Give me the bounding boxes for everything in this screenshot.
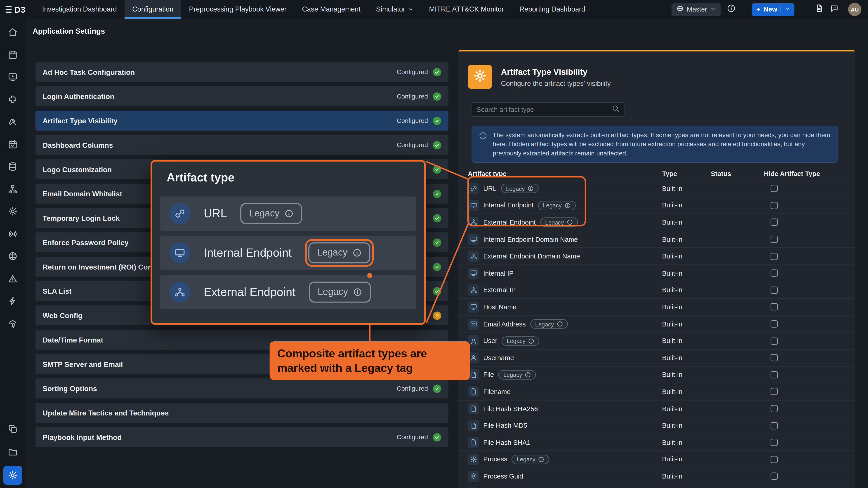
hide-checkbox[interactable] [771,202,778,209]
rail-item-database[interactable] [0,156,26,178]
table-row-filename: FilenameBulit-in [458,383,855,400]
table-row-internal-endpoint: Internal EndpointLegacyBulit-in [458,197,855,214]
legacy-tag: Legacy [308,242,370,263]
rail-item-folder[interactable] [0,443,26,461]
setting-status [428,190,441,198]
settings-row-sorting-options[interactable]: Sorting OptionsConfigured [35,379,448,398]
type-value: Bulit-in [662,286,711,294]
settings-row-artifact-type-visibility[interactable]: Artifact Type VisibilityConfigured [35,111,448,131]
rail-item-puzzle[interactable] [0,88,26,111]
nav-item-investigation-dashboard[interactable]: Investigation Dashboard [34,0,125,19]
icon-sidebar [0,19,26,488]
callout-title: Artifact type [152,162,424,191]
application-settings-screen: D3 Investigation DashboardConfigurationP… [0,0,868,488]
hide-checkbox[interactable] [771,287,778,294]
sphere-icon [8,251,18,261]
rail-item-fingerprint[interactable] [0,312,26,335]
info-icon [525,372,531,378]
nav-item-reporting-dashboard[interactable]: Reporting Dashboard [512,0,593,19]
setting-status [428,214,441,222]
configured-check-icon [433,68,441,76]
hide-checkbox[interactable] [771,253,778,260]
rail-item-tools[interactable] [0,111,26,133]
setting-status: Configured [397,92,441,101]
nav-item-simulator[interactable]: Simulator [368,0,421,19]
hide-checkbox[interactable] [771,439,778,446]
new-button[interactable]: + New [752,3,794,15]
hide-checkbox[interactable] [771,456,778,463]
hide-checkbox[interactable] [771,185,778,192]
hide-checkbox[interactable] [771,219,778,226]
endpoint-icon-badge [169,242,190,263]
rail-item-home[interactable] [0,21,26,43]
callout-row-label: External Endpoint [204,286,296,299]
nav-item-mitre-att-ck-monitor[interactable]: MITRE ATT&CK Monitor [421,0,512,19]
legacy-tag: Legacy [530,319,567,329]
type-value: Bulit-in [662,438,711,446]
hide-checkbox[interactable] [771,388,778,395]
type-value: Bulit-in [662,388,711,396]
avatar[interactable]: AU [848,3,862,16]
nav-item-case-management[interactable]: Case Management [294,0,368,19]
legacy-tag-label: Legacy [507,337,526,344]
endpoint-icon [470,303,477,311]
check-icon [434,94,439,99]
nav-item-configuration[interactable]: Configuration [125,0,181,19]
table-row-file: FileLegacyBulit-in [458,366,855,383]
nav-item-preprocessing-playbook-viewer[interactable]: Preprocessing Playbook Viewer [181,0,294,19]
rail-item-screen-play[interactable] [0,66,26,88]
hide-checkbox[interactable] [771,303,778,311]
rail-item-calendar[interactable] [0,43,26,66]
type-value: Bulit-in [662,354,711,362]
rail-item-alert[interactable] [0,267,26,290]
rail-item-copy[interactable] [0,419,26,438]
table-row: Legacy [458,485,855,488]
configured-check-icon [433,287,441,295]
master-selector[interactable]: Master [671,3,721,15]
hide-checkbox[interactable] [771,354,778,361]
settings-row-dashboard-columns[interactable]: Dashboard ColumnsConfigured [35,135,448,155]
hide-checkbox[interactable] [771,236,778,243]
legacy-tag: Legacy [240,203,302,224]
hide-checkbox[interactable] [771,337,778,345]
chevron-icon [710,6,716,11]
d3-logo[interactable]: D3 [0,5,34,14]
rail-item-calendar-check[interactable] [0,133,26,156]
legacy-highlight-box: Legacy [305,239,373,267]
rail-item-gear[interactable] [0,200,26,223]
status-text: Configured [397,385,428,392]
hide-checkbox[interactable] [771,269,778,277]
document-icon[interactable] [815,4,824,15]
status-text: Configured [397,142,428,148]
hide-checkbox[interactable] [771,405,778,412]
search-input[interactable] [477,106,612,113]
rail-item-broadcast[interactable] [0,223,26,245]
info-icon[interactable] [727,4,736,15]
col-status: Status [711,170,764,178]
legacy-tag-label: Legacy [318,287,348,298]
rail-item-sphere[interactable] [0,245,26,267]
settings-row-ad-hoc-task-configuration[interactable]: Ad Hoc Task ConfigurationConfigured [35,62,448,82]
artifact-type-label: Process [483,455,507,463]
file-icon [470,388,477,395]
rail-item-gear-active[interactable] [3,466,22,485]
rail-item-sitemap[interactable] [0,178,26,200]
configured-check-icon [433,190,441,198]
settings-row-login-authentication[interactable]: Login AuthenticationConfigured [35,86,448,106]
settings-row-playbook-input-method[interactable]: Playbook Input MethodConfigured [35,427,448,447]
settings-row-update-mitre-tactics-and-techniques[interactable]: Update Mitre Tactics and Techniques [35,403,448,423]
hide-checkbox[interactable] [771,422,778,429]
search-icon[interactable] [612,105,619,115]
rail-item-lightning[interactable] [0,290,26,312]
chat-icon[interactable] [830,4,839,15]
hide-checkbox[interactable] [771,371,778,379]
annotation-note: Composite artifact types are marked with… [270,341,470,380]
status-text: Configured [397,434,428,440]
user-icon [470,337,477,345]
callout-row-internal-endpoint: Internal EndpointLegacy [160,236,416,270]
hide-checkbox[interactable] [771,320,778,328]
chevron-icon [784,6,790,11]
endpoint-icon [174,248,185,258]
artifact-type-label: External Endpoint [483,219,536,226]
hide-checkbox[interactable] [771,473,778,480]
